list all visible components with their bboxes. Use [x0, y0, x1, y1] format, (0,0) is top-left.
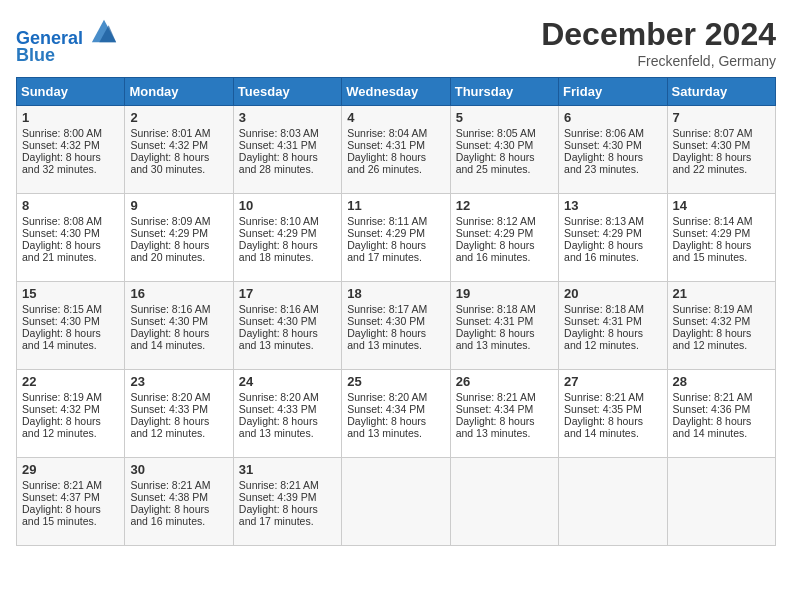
calendar-week-1: 1Sunrise: 8:00 AMSunset: 4:32 PMDaylight… — [17, 106, 776, 194]
calendar-cell: 18Sunrise: 8:17 AMSunset: 4:30 PMDayligh… — [342, 282, 450, 370]
day-number: 21 — [673, 286, 770, 301]
daylight-text: Daylight: 8 hours and 17 minutes. — [239, 503, 318, 527]
sunrise-text: Sunrise: 8:19 AM — [22, 391, 102, 403]
calendar-cell — [342, 458, 450, 546]
daylight-text: Daylight: 8 hours and 16 minutes. — [456, 239, 535, 263]
daylight-text: Daylight: 8 hours and 16 minutes. — [564, 239, 643, 263]
sunrise-text: Sunrise: 8:03 AM — [239, 127, 319, 139]
sunrise-text: Sunrise: 8:08 AM — [22, 215, 102, 227]
sunset-text: Sunset: 4:38 PM — [130, 491, 208, 503]
sunset-text: Sunset: 4:39 PM — [239, 491, 317, 503]
sunset-text: Sunset: 4:31 PM — [456, 315, 534, 327]
daylight-text: Daylight: 8 hours and 22 minutes. — [673, 151, 752, 175]
day-number: 12 — [456, 198, 553, 213]
sunset-text: Sunset: 4:30 PM — [239, 315, 317, 327]
calendar-cell: 9Sunrise: 8:09 AMSunset: 4:29 PMDaylight… — [125, 194, 233, 282]
day-number: 3 — [239, 110, 336, 125]
day-number: 15 — [22, 286, 119, 301]
calendar-cell — [450, 458, 558, 546]
sunset-text: Sunset: 4:29 PM — [564, 227, 642, 239]
daylight-text: Daylight: 8 hours and 20 minutes. — [130, 239, 209, 263]
sunrise-text: Sunrise: 8:13 AM — [564, 215, 644, 227]
sunrise-text: Sunrise: 8:21 AM — [22, 479, 102, 491]
daylight-text: Daylight: 8 hours and 13 minutes. — [239, 415, 318, 439]
daylight-text: Daylight: 8 hours and 16 minutes. — [130, 503, 209, 527]
sunrise-text: Sunrise: 8:21 AM — [239, 479, 319, 491]
daylight-text: Daylight: 8 hours and 13 minutes. — [239, 327, 318, 351]
day-number: 30 — [130, 462, 227, 477]
calendar-cell: 8Sunrise: 8:08 AMSunset: 4:30 PMDaylight… — [17, 194, 125, 282]
day-number: 6 — [564, 110, 661, 125]
calendar-cell: 19Sunrise: 8:18 AMSunset: 4:31 PMDayligh… — [450, 282, 558, 370]
weekday-header-friday: Friday — [559, 78, 667, 106]
day-number: 7 — [673, 110, 770, 125]
calendar-cell: 23Sunrise: 8:20 AMSunset: 4:33 PMDayligh… — [125, 370, 233, 458]
sunrise-text: Sunrise: 8:10 AM — [239, 215, 319, 227]
sunset-text: Sunset: 4:32 PM — [130, 139, 208, 151]
calendar-cell: 20Sunrise: 8:18 AMSunset: 4:31 PMDayligh… — [559, 282, 667, 370]
sunrise-text: Sunrise: 8:04 AM — [347, 127, 427, 139]
sunset-text: Sunset: 4:30 PM — [347, 315, 425, 327]
weekday-header-monday: Monday — [125, 78, 233, 106]
day-number: 29 — [22, 462, 119, 477]
sunrise-text: Sunrise: 8:21 AM — [673, 391, 753, 403]
sunset-text: Sunset: 4:30 PM — [22, 227, 100, 239]
sunset-text: Sunset: 4:29 PM — [130, 227, 208, 239]
daylight-text: Daylight: 8 hours and 21 minutes. — [22, 239, 101, 263]
sunrise-text: Sunrise: 8:21 AM — [564, 391, 644, 403]
daylight-text: Daylight: 8 hours and 14 minutes. — [673, 415, 752, 439]
sunset-text: Sunset: 4:31 PM — [564, 315, 642, 327]
sunset-text: Sunset: 4:32 PM — [22, 139, 100, 151]
calendar-week-5: 29Sunrise: 8:21 AMSunset: 4:37 PMDayligh… — [17, 458, 776, 546]
daylight-text: Daylight: 8 hours and 12 minutes. — [564, 327, 643, 351]
day-number: 9 — [130, 198, 227, 213]
day-number: 22 — [22, 374, 119, 389]
calendar-cell: 3Sunrise: 8:03 AMSunset: 4:31 PMDaylight… — [233, 106, 341, 194]
calendar-cell: 30Sunrise: 8:21 AMSunset: 4:38 PMDayligh… — [125, 458, 233, 546]
day-number: 4 — [347, 110, 444, 125]
sunset-text: Sunset: 4:35 PM — [564, 403, 642, 415]
sunrise-text: Sunrise: 8:09 AM — [130, 215, 210, 227]
day-number: 11 — [347, 198, 444, 213]
sunrise-text: Sunrise: 8:18 AM — [456, 303, 536, 315]
sunset-text: Sunset: 4:33 PM — [239, 403, 317, 415]
sunrise-text: Sunrise: 8:11 AM — [347, 215, 427, 227]
calendar-cell: 5Sunrise: 8:05 AMSunset: 4:30 PMDaylight… — [450, 106, 558, 194]
calendar-cell: 15Sunrise: 8:15 AMSunset: 4:30 PMDayligh… — [17, 282, 125, 370]
sunrise-text: Sunrise: 8:21 AM — [456, 391, 536, 403]
sunrise-text: Sunrise: 8:20 AM — [130, 391, 210, 403]
day-number: 17 — [239, 286, 336, 301]
sunset-text: Sunset: 4:30 PM — [456, 139, 534, 151]
sunrise-text: Sunrise: 8:20 AM — [239, 391, 319, 403]
month-title: December 2024 — [541, 16, 776, 53]
daylight-text: Daylight: 8 hours and 13 minutes. — [347, 415, 426, 439]
title-block: December 2024 Freckenfeld, Germany — [541, 16, 776, 69]
sunrise-text: Sunrise: 8:20 AM — [347, 391, 427, 403]
sunrise-text: Sunrise: 8:14 AM — [673, 215, 753, 227]
sunset-text: Sunset: 4:36 PM — [673, 403, 751, 415]
sunrise-text: Sunrise: 8:05 AM — [456, 127, 536, 139]
sunrise-text: Sunrise: 8:16 AM — [239, 303, 319, 315]
daylight-text: Daylight: 8 hours and 30 minutes. — [130, 151, 209, 175]
sunrise-text: Sunrise: 8:18 AM — [564, 303, 644, 315]
calendar-cell: 16Sunrise: 8:16 AMSunset: 4:30 PMDayligh… — [125, 282, 233, 370]
sunrise-text: Sunrise: 8:21 AM — [130, 479, 210, 491]
daylight-text: Daylight: 8 hours and 12 minutes. — [130, 415, 209, 439]
daylight-text: Daylight: 8 hours and 28 minutes. — [239, 151, 318, 175]
day-number: 23 — [130, 374, 227, 389]
sunrise-text: Sunrise: 8:06 AM — [564, 127, 644, 139]
calendar-table: SundayMondayTuesdayWednesdayThursdayFrid… — [16, 77, 776, 546]
daylight-text: Daylight: 8 hours and 32 minutes. — [22, 151, 101, 175]
logo-text: General — [16, 16, 118, 49]
calendar-cell: 10Sunrise: 8:10 AMSunset: 4:29 PMDayligh… — [233, 194, 341, 282]
calendar-week-2: 8Sunrise: 8:08 AMSunset: 4:30 PMDaylight… — [17, 194, 776, 282]
weekday-header-thursday: Thursday — [450, 78, 558, 106]
calendar-cell: 25Sunrise: 8:20 AMSunset: 4:34 PMDayligh… — [342, 370, 450, 458]
sunrise-text: Sunrise: 8:12 AM — [456, 215, 536, 227]
daylight-text: Daylight: 8 hours and 14 minutes. — [130, 327, 209, 351]
calendar-week-3: 15Sunrise: 8:15 AMSunset: 4:30 PMDayligh… — [17, 282, 776, 370]
weekday-header-tuesday: Tuesday — [233, 78, 341, 106]
sunset-text: Sunset: 4:29 PM — [456, 227, 534, 239]
sunrise-text: Sunrise: 8:17 AM — [347, 303, 427, 315]
daylight-text: Daylight: 8 hours and 13 minutes. — [456, 327, 535, 351]
